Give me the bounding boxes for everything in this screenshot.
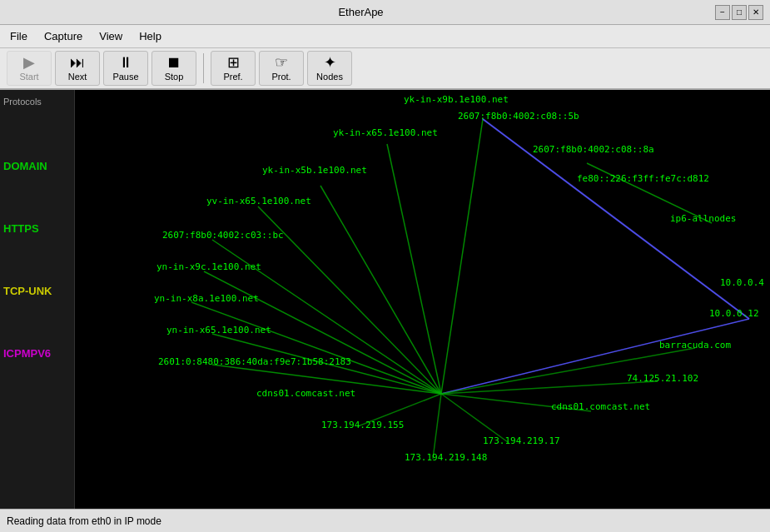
next-label: Next bbox=[68, 72, 87, 82]
pause-icon: ⏸ bbox=[118, 55, 133, 70]
window-controls: − □ ✕ bbox=[715, 5, 763, 20]
nodes-button[interactable]: ✦ Nodes bbox=[307, 51, 352, 86]
status-text: Reading data from eth0 in IP mode bbox=[7, 515, 161, 527]
svg-line-7 bbox=[212, 334, 441, 394]
nodes-icon: ✦ bbox=[324, 55, 336, 70]
svg-line-12 bbox=[358, 394, 441, 426]
svg-line-3 bbox=[258, 206, 441, 394]
svg-line-13 bbox=[441, 394, 508, 442]
svg-line-10 bbox=[441, 319, 749, 394]
minimize-button[interactable]: − bbox=[715, 5, 730, 20]
stop-label: Stop bbox=[165, 72, 184, 82]
close-button[interactable]: ✕ bbox=[748, 5, 763, 20]
protocol-domain: DOMAIN bbox=[3, 160, 71, 172]
pause-label: Pause bbox=[112, 72, 138, 82]
menu-view[interactable]: View bbox=[92, 28, 129, 44]
maximize-button[interactable]: □ bbox=[732, 5, 747, 20]
stop-icon: ⏹ bbox=[166, 55, 181, 70]
menu-help[interactable]: Help bbox=[132, 28, 168, 44]
svg-line-11 bbox=[587, 163, 712, 223]
prot-icon: ☞ bbox=[275, 55, 288, 70]
toolbar-separator bbox=[203, 53, 204, 83]
next-button[interactable]: ⏭ Next bbox=[55, 51, 100, 86]
start-icon: ▶ bbox=[23, 55, 35, 70]
network-svg bbox=[75, 90, 770, 509]
icpmpv6-label: ICPMPV6 bbox=[3, 347, 71, 360]
pref-button[interactable]: ⊞ Pref. bbox=[211, 51, 256, 86]
titlebar: EtherApe − □ ✕ bbox=[0, 0, 770, 25]
start-button: ▶ Start bbox=[7, 51, 52, 86]
start-label: Start bbox=[19, 72, 38, 82]
sidebar: Protocols DOMAIN HTTPS TCP-UNK ICPMPV6 bbox=[0, 90, 75, 509]
svg-line-15 bbox=[441, 394, 591, 411]
domain-label: DOMAIN bbox=[3, 160, 71, 172]
pause-button[interactable]: ⏸ Pause bbox=[103, 51, 148, 86]
protocol-https: HTTPS bbox=[3, 222, 71, 235]
prot-label: Prot. bbox=[271, 72, 291, 82]
app-title: EtherApe bbox=[7, 6, 715, 18]
tcp-unk-label: TCP-UNK bbox=[3, 285, 71, 297]
toolbar: ▶ Start ⏭ Next ⏸ Pause ⏹ Stop ⊞ Pref. ☞ … bbox=[0, 48, 770, 90]
statusbar: Reading data from eth0 in IP mode bbox=[0, 509, 770, 532]
stop-button[interactable]: ⏹ Stop bbox=[152, 51, 196, 86]
main-area: Protocols DOMAIN HTTPS TCP-UNK ICPMPV6 bbox=[0, 90, 770, 509]
menu-capture[interactable]: Capture bbox=[37, 28, 89, 44]
svg-line-1 bbox=[387, 144, 441, 394]
prot-button[interactable]: ☞ Prot. bbox=[259, 51, 304, 86]
nodes-label: Nodes bbox=[316, 72, 343, 82]
https-label: HTTPS bbox=[3, 222, 71, 235]
svg-line-8 bbox=[212, 365, 441, 394]
svg-line-14 bbox=[433, 394, 441, 459]
next-icon: ⏭ bbox=[70, 55, 85, 70]
network-canvas-area: yk-in-x9b.1e100.net 2607:f8b0:4002:c08::… bbox=[75, 90, 770, 509]
protocol-icpmpv6: ICPMPV6 bbox=[3, 347, 71, 360]
svg-line-4 bbox=[212, 240, 441, 394]
protocols-label: Protocols bbox=[3, 97, 71, 107]
pref-label: Pref. bbox=[223, 72, 242, 82]
svg-line-9 bbox=[483, 119, 749, 319]
svg-line-0 bbox=[441, 119, 483, 394]
svg-line-6 bbox=[191, 302, 441, 394]
pref-icon: ⊞ bbox=[227, 55, 240, 70]
menubar: File Capture View Help bbox=[0, 25, 770, 48]
menu-file[interactable]: File bbox=[3, 28, 34, 44]
protocol-tcp-unk: TCP-UNK bbox=[3, 285, 71, 297]
